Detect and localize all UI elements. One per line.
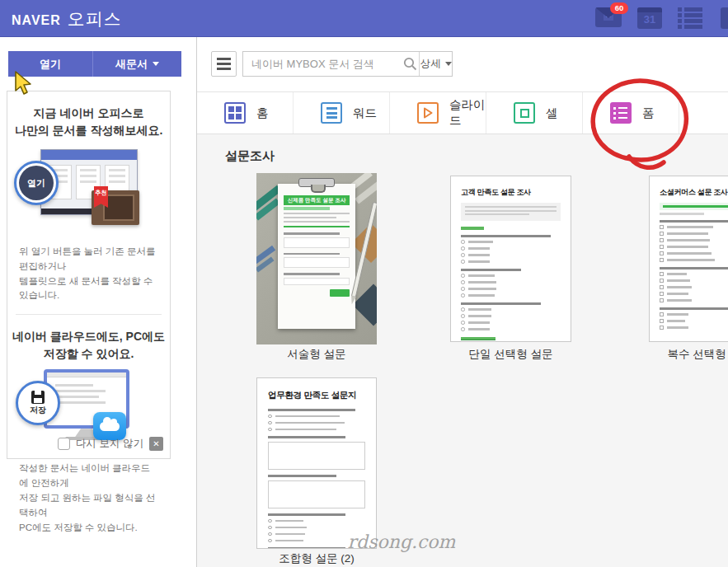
tab-slide[interactable]: 슬라이드 <box>390 92 486 134</box>
word-icon <box>321 102 342 124</box>
template-gallery: 설문조사 신제품 만족도 설문 조사 <box>197 134 728 567</box>
mail-icon[interactable]: N 60 <box>595 7 622 27</box>
template-caption[interactable]: 서술형 설문 <box>256 347 377 362</box>
doc-title: 업무환경 만족도 설문지 <box>268 390 365 401</box>
tab-word[interactable]: 워드 <box>294 92 390 134</box>
template-card-combined-survey[interactable]: 업무환경 만족도 설문지 <box>256 377 377 549</box>
panel-divider <box>16 314 162 315</box>
open-badge: 열기 <box>14 161 59 205</box>
template-caption[interactable]: 조합형 설문 (2) <box>256 551 377 566</box>
promo2-title: 네이버 클라우드에도, PC에도 저장할 수 있어요. <box>7 328 170 363</box>
doc-title: 소셜커머스 설문 조사 <box>660 187 728 198</box>
home-grid-icon <box>224 102 246 124</box>
promo1-title: 지금 네이버 오피스로 나만의 문서를 작성해보세요. <box>7 105 170 139</box>
dont-show-again-checkbox[interactable] <box>58 438 70 450</box>
app-logo[interactable]: NAVER 오피스 <box>12 7 122 30</box>
tab-home[interactable]: 홈 <box>197 92 294 134</box>
clipped-edge-icon[interactable] <box>721 7 728 29</box>
calendar-icon[interactable]: 31 <box>637 7 662 29</box>
template-caption[interactable]: 단일 선택형 설문 <box>450 347 571 362</box>
main-area: 상세 홈 워드 슬라이드 셀 <box>196 37 728 567</box>
dismiss-row: 다시 보지 않기 ✕ <box>58 437 163 451</box>
form-list-icon <box>610 102 632 124</box>
recommend-ribbon: 추천 <box>94 186 108 208</box>
app-tabs: 홈 워드 슬라이드 셀 폼 <box>197 91 728 134</box>
survey-paper: 신제품 만족도 설문 조사 <box>278 184 355 329</box>
slide-play-icon <box>417 102 439 124</box>
app-header: NAVER 오피스 N 60 31 <box>0 0 728 37</box>
promo1-illustration: 열기 추천 <box>7 148 170 237</box>
template-card-single-choice-survey[interactable]: 고객 만족도 설문 조사 <box>450 176 571 342</box>
save-badge: 저장 <box>16 381 60 425</box>
close-icon[interactable]: ✕ <box>149 437 163 451</box>
search-input[interactable] <box>243 52 402 76</box>
mouse-cursor-icon <box>13 71 35 96</box>
list-menu-icon[interactable] <box>678 7 704 29</box>
submit-button-thumb <box>330 289 350 297</box>
new-document-button[interactable]: 새문서 <box>93 51 181 77</box>
doc-title: 신제품 만족도 설문 조사 <box>284 195 350 205</box>
template-card-narrative-survey[interactable]: 신제품 만족도 설문 조사 <box>256 173 377 344</box>
promo-panel: 지금 네이버 오피스로 나만의 문서를 작성해보세요. 열기 추천 <box>7 91 171 459</box>
office-logo: 오피스 <box>68 7 122 30</box>
tab-cell[interactable]: 셀 <box>486 92 583 134</box>
calendar-day: 31 <box>644 13 655 26</box>
search-box: 상세 <box>242 51 453 77</box>
search-icon[interactable] <box>402 52 419 76</box>
naver-office-window: NAVER 오피스 N 60 31 열기 새문서 <box>0 0 728 567</box>
mail-badge: 60 <box>610 2 628 14</box>
doc-title: 고객 만족도 설문 조사 <box>461 187 561 198</box>
floppy-disk-icon <box>31 391 45 404</box>
promo2-description: 작성한 문서는 네이버 클라우드에 안전하게 저장 되고 원하는 파일 형식을 … <box>19 462 158 535</box>
chevron-down-icon <box>445 62 452 66</box>
recommended-template-book: 추천 <box>92 190 139 225</box>
clipboard-clip <box>298 178 335 187</box>
section-title: 설문조사 <box>225 148 275 164</box>
template-caption[interactable]: 복수 선택형 설문 <box>649 347 728 362</box>
cell-icon <box>514 102 535 124</box>
watermark: rdsong.com <box>294 532 509 552</box>
hamburger-menu-button[interactable] <box>211 51 237 77</box>
promo1-description: 위 열기 버튼을 눌러 기존 문서를 편집하거나 템플릿으로 새 문서를 작성할… <box>19 245 158 303</box>
template-card-multiple-choice-survey[interactable]: 소셜커머스 설문 조사 <box>649 176 728 342</box>
dont-show-again-label: 다시 보지 않기 <box>76 437 143 451</box>
tab-form[interactable]: 폼 <box>583 92 679 134</box>
chevron-down-icon <box>153 62 159 66</box>
naver-logo: NAVER <box>12 13 61 28</box>
detail-search-dropdown[interactable]: 상세 <box>419 52 452 76</box>
